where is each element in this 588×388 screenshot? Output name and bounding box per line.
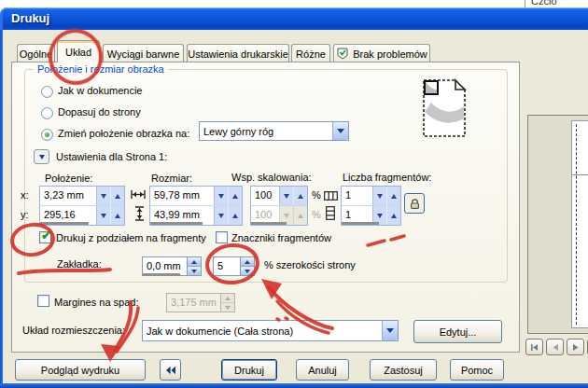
spin-up-button[interactable] [228,187,242,205]
spin-down-button[interactable] [279,187,293,205]
bleed-label: Margines na spad: [54,297,139,308]
screenshot-root: Czcio Drukuj Ogólne Układ Wyciągi barwne… [0,0,588,388]
spin-down-button[interactable] [214,206,228,225]
position-preset-value: Lewy górny róg [200,126,332,137]
print-button[interactable]: Drukuj [221,359,277,381]
radio-as-in-document-label: Jak w dokumencie [58,85,143,96]
spin-down-button[interactable] [96,187,110,205]
drag-minibar[interactable] [150,222,203,225]
position-preset-combobox[interactable]: Lewy górny róg [199,121,349,141]
drag-minibar[interactable] [342,222,379,225]
tab-rozne[interactable]: Różne [291,44,330,62]
percent-sign-disabled: % [312,209,321,220]
dialog-title: Drukuj [11,11,49,25]
size-width-field[interactable]: 59,78 mm [150,187,214,205]
radio-as-in-document[interactable] [41,86,53,98]
overlap-label: Zakładka: [57,258,102,270]
x-axis-label: x: [21,189,29,201]
background-toolbar-divider [525,0,525,7]
spin-down-button[interactable] [241,267,254,275]
radio-reposition[interactable] [41,129,53,141]
chevron-down-icon[interactable] [332,122,348,140]
overlap-percent-field[interactable]: 5 [213,256,255,276]
spin-up-button [221,294,234,303]
scale-h-row: 100 [251,187,307,206]
edit-button[interactable]: Edytuj... [413,320,502,343]
dialog-bottom-border [0,383,588,388]
check-icon: ✔ [41,229,51,242]
groupbox-title: Położenie i rozmiar obrazka [34,63,168,75]
vertical-resize-icon [134,206,145,221]
spin-up-button[interactable] [293,187,307,205]
dialog-titlebar[interactable]: Drukuj [0,7,588,30]
tab-ustawienia-drukarskie[interactable]: Ustawienia drukarskie [187,44,289,62]
percent-sign: % [312,189,321,201]
tiles-spin-group: 1 1 [341,186,401,226]
tiles-across-field[interactable]: 1 [342,187,372,205]
rows-icon [326,206,335,220]
preview-page-dashed-border [576,124,577,325]
tile-print-checkbox[interactable]: ✔ [39,231,51,243]
cancel-button[interactable]: Anuluj [296,359,349,381]
bleed-value: 3,175 mm [167,294,220,312]
drag-minibar[interactable] [40,222,89,225]
prev-page-button[interactable] [546,339,564,355]
overlap-percent-value[interactable]: 5 [214,257,240,275]
drag-minibar[interactable] [143,273,180,276]
tile-marks-checkbox[interactable] [216,231,228,243]
spin-up-button[interactable] [188,257,201,267]
overlap-percent-spinner[interactable] [240,257,254,275]
tab-ogolne[interactable]: Ogólne [17,44,55,62]
pos-x-field[interactable]: 3,23 mm [40,187,96,205]
spin-down-button [221,303,234,312]
spin-down-button[interactable] [188,267,201,275]
spin-down-button[interactable] [372,187,386,205]
col-size-label: Rozmiar: [151,173,192,184]
flag-check-icon [336,48,349,60]
print-preview-button[interactable]: Podgląd wydruku [15,359,146,381]
spin-up-button[interactable] [110,187,124,205]
help-button[interactable]: Pomoc [450,359,504,381]
tile-print-label: Drukuj z podziałem na fragmenty [56,232,206,243]
radio-fit-to-page[interactable] [41,107,53,119]
lock-aspect-button[interactable] [404,193,425,214]
chevron-down-icon[interactable] [382,321,398,340]
apply-button[interactable]: Zastosuj [370,359,437,381]
spin-up-button[interactable] [386,206,400,225]
settings-expander-button[interactable] [34,149,49,164]
col-tiles-label: Liczba fragmentów: [343,172,431,183]
drag-minibar[interactable] [251,222,287,225]
scale-width-field[interactable]: 100 [251,187,279,205]
spin-down-button[interactable] [214,187,228,205]
y-axis-label: y: [21,209,29,220]
spin-up-button[interactable] [228,206,242,225]
overlap-mm-spinner[interactable] [187,257,201,275]
background-window-strip: Czcio [0,0,588,7]
horizontal-resize-icon [131,189,146,200]
double-left-arrow-icon [165,366,176,375]
lock-icon [409,198,421,210]
spin-up-button[interactable] [241,257,254,267]
collapse-preview-button[interactable] [160,359,181,381]
imposition-layout-value: Jak w dokumencie (Cała strona) [143,326,382,337]
spin-up-button[interactable] [110,206,124,225]
page-position-illustration [422,78,470,142]
tab-brak-problemow[interactable]: Brak problemów [333,44,430,62]
first-page-button[interactable] [525,339,543,355]
tiles-h-row: 1 [342,187,400,206]
bleed-field: 3,175 mm [166,293,235,312]
overlap-suffix-label: % szerokości strony [264,259,356,270]
position-spin-group: 3,23 mm 295,16 [39,186,125,226]
bleed-spinner [220,294,234,312]
columns-icon [324,191,338,201]
bleed-checkbox[interactable] [37,295,49,307]
radio-fit-to-page-label: Dopasuj do strony [58,106,141,118]
tab-uklad[interactable]: Układ [57,40,100,62]
next-page-button[interactable] [567,339,584,355]
chevron-down-icon [39,155,45,159]
tile-marks-label: Znaczniki fragmentów [231,232,331,243]
spin-up-button[interactable] [386,187,400,205]
spin-down-button[interactable] [96,206,110,225]
imposition-layout-combobox[interactable]: Jak w dokumencie (Cała strona) [142,320,399,341]
tab-wyciagi-barwne[interactable]: Wyciągi barwne [103,44,184,62]
